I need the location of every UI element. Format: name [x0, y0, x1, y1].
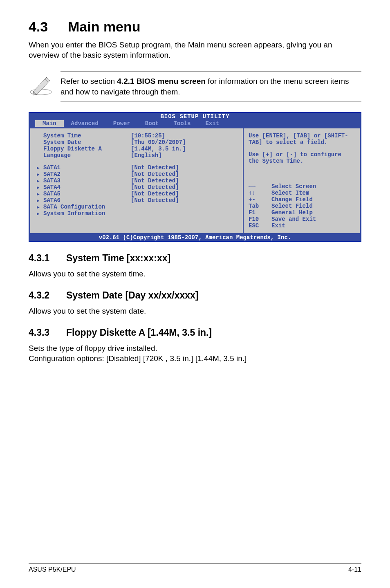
- section-heading: 4.3.3Floppy Diskette A [1.44M, 3.5 in.]: [29, 327, 361, 338]
- bios-item-value: [Not Detected]: [131, 164, 179, 171]
- section-heading: 4.3.2System Date [Day xx/xx/xxxx]: [29, 290, 361, 301]
- bios-item-label[interactable]: Floppy Diskette A: [37, 146, 131, 152]
- section-title: Floppy Diskette A [1.44M, 3.5 in.]: [66, 327, 212, 338]
- key-desc: Exit: [271, 222, 285, 229]
- bios-submenu-label[interactable]: System Information: [37, 210, 131, 217]
- key-symbol: F1: [249, 209, 271, 216]
- page-footer: ASUS P5K/EPU 4-11: [29, 563, 361, 573]
- section-number: 4.3.2: [29, 290, 66, 301]
- key-symbol: F10: [249, 216, 271, 222]
- key-symbol: +-: [249, 196, 271, 203]
- section-body: Allows you to set the system time.: [29, 269, 361, 279]
- bios-item-value[interactable]: [Thu 09/20/2007]: [131, 139, 186, 146]
- section-body: Allows you to set the system date.: [29, 306, 361, 316]
- section-number: 4.3.3: [29, 327, 66, 338]
- bios-submenu-label[interactable]: SATA1: [37, 164, 131, 171]
- svg-marker-1: [34, 77, 50, 94]
- footer-left: ASUS P5K/EPU: [29, 566, 76, 573]
- bios-submenu-label[interactable]: SATA Configuration: [37, 204, 131, 210]
- heading-title: Main menu: [68, 19, 141, 34]
- bios-help-text-1: Use [ENTER], [TAB] or [SHIFT-TAB] to sel…: [249, 132, 355, 146]
- bios-tab-tools[interactable]: Tools: [166, 120, 198, 127]
- key-desc: General Help: [271, 209, 313, 216]
- key-desc: Select Field: [271, 203, 313, 209]
- key-symbol: ↑↓: [249, 190, 271, 196]
- section-number: 4.3.1: [29, 253, 66, 264]
- bios-left-pane: System Time[10:55:25] System Date[Thu 09…: [29, 128, 243, 234]
- key-symbol: Tab: [249, 203, 271, 209]
- bios-title: BIOS SETUP UTILITY: [29, 113, 361, 120]
- intro-paragraph: When you enter the BIOS Setup program, t…: [29, 40, 361, 60]
- bios-screenshot: BIOS SETUP UTILITY Main Advanced Power B…: [29, 112, 361, 242]
- bios-item-value: [Not Detected]: [131, 191, 179, 197]
- section-heading: 4.3.1System Time [xx:xx:xx]: [29, 253, 361, 264]
- key-desc: Select Screen: [271, 183, 316, 190]
- footer-right: 4-11: [348, 566, 361, 573]
- bios-key-legend: ←→Select Screen ↑↓Select Item +-Change F…: [249, 183, 355, 229]
- section-body: Sets the type of floppy drive installed.…: [29, 343, 361, 364]
- bios-submenu-label[interactable]: SATA3: [37, 177, 131, 184]
- bios-tab-boot[interactable]: Boot: [138, 120, 166, 127]
- bios-item-label[interactable]: System Time: [37, 132, 131, 139]
- bios-tab-bar: Main Advanced Power Boot Tools Exit: [29, 120, 361, 128]
- key-desc: Save and Exit: [271, 216, 316, 222]
- key-desc: Select Item: [271, 190, 309, 196]
- bios-submenu-label[interactable]: SATA6: [37, 197, 131, 204]
- heading-number: 4.3: [29, 19, 68, 35]
- bios-help-text-2: Use [+] or [-] to configure the System T…: [249, 151, 355, 164]
- note-pre: Refer to section: [61, 77, 117, 85]
- bios-submenu-label[interactable]: SATA5: [37, 191, 131, 197]
- page-heading: 4.3Main menu: [29, 19, 361, 35]
- note-text: Refer to section 4.2.1 BIOS menu screen …: [61, 72, 361, 101]
- section-title: System Date [Day xx/xx/xxxx]: [66, 290, 198, 301]
- bios-tab-power[interactable]: Power: [106, 120, 138, 127]
- bios-submenu-label[interactable]: SATA4: [37, 184, 131, 191]
- bios-item-value[interactable]: [1.44M, 3.5 in.]: [131, 146, 186, 152]
- key-symbol: ESC: [249, 222, 271, 229]
- bios-item-label[interactable]: System Date: [37, 139, 131, 146]
- key-desc: Change Field: [271, 196, 313, 203]
- bios-item-value: [Not Detected]: [131, 177, 179, 184]
- bios-item-value[interactable]: [English]: [131, 152, 162, 159]
- bios-tab-advanced[interactable]: Advanced: [64, 120, 106, 127]
- bios-item-value: [Not Detected]: [131, 197, 179, 204]
- bios-item-value[interactable]: [10:55:25]: [131, 132, 165, 139]
- bios-item-label[interactable]: Language: [37, 152, 131, 159]
- bios-help-pane: Use [ENTER], [TAB] or [SHIFT-TAB] to sel…: [243, 128, 361, 234]
- pencil-icon: [29, 72, 53, 96]
- bios-tab-main[interactable]: Main: [35, 120, 64, 127]
- note-box: Refer to section 4.2.1 BIOS menu screen …: [29, 72, 361, 101]
- bios-item-value: [Not Detected]: [131, 184, 179, 191]
- section-title: System Time [xx:xx:xx]: [66, 253, 170, 263]
- bios-copyright: v02.61 (C)Copyright 1985-2007, American …: [29, 234, 361, 241]
- note-bold: 4.2.1 BIOS menu screen: [117, 77, 206, 85]
- bios-tab-exit[interactable]: Exit: [198, 120, 226, 127]
- bios-submenu-label[interactable]: SATA2: [37, 171, 131, 177]
- bios-item-value: [Not Detected]: [131, 171, 179, 177]
- key-symbol: ←→: [249, 183, 271, 190]
